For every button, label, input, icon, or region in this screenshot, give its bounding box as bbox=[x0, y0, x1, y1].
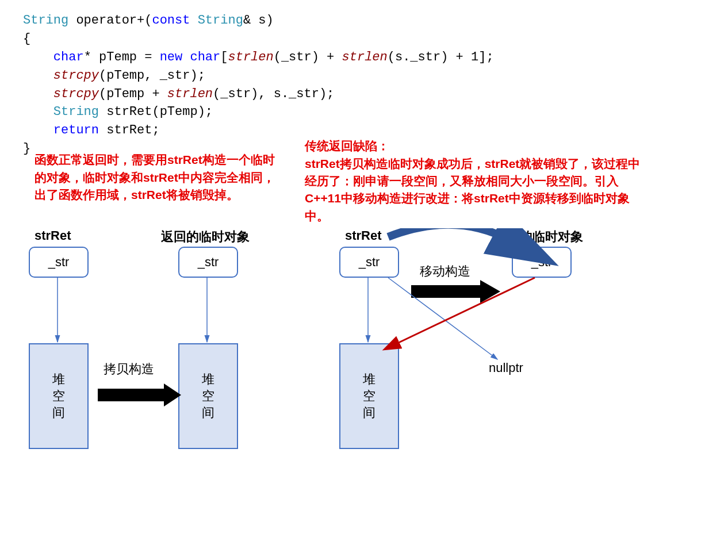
diagram-row: strRet 返回的临时对象 _str _str 堆 空 间 堆 空 间 拷贝构… bbox=[12, 228, 716, 475]
code-text: (pTemp + bbox=[99, 87, 167, 101]
box-str-left: _str bbox=[339, 247, 399, 278]
svg-line-8 bbox=[385, 278, 535, 349]
code-text: (_str) + bbox=[274, 50, 342, 64]
label-tempobj: 返回的临时对象 bbox=[161, 228, 250, 246]
box-str-right: _str bbox=[512, 247, 572, 278]
code-text: (_str), s._str); bbox=[213, 87, 334, 101]
code-text: [ bbox=[220, 50, 228, 64]
diagram-move: strRet 返回的临时对象 _str _str 堆 空 间 移动构造 null… bbox=[334, 228, 702, 475]
label-strret: strRet bbox=[345, 228, 382, 243]
code-text: & s) bbox=[243, 13, 274, 28]
code-keyword: return bbox=[53, 123, 99, 137]
svg-marker-5 bbox=[480, 280, 500, 303]
code-block: String operator+(const String& s) { char… bbox=[23, 11, 716, 158]
label-copy-ctor: 拷贝构造 bbox=[104, 360, 154, 378]
annotation-right: 传统返回缺陷： strRet拷贝构造临时对象成功后，strRet就被销毁了，该过… bbox=[305, 137, 650, 225]
annotation-row: 函数正常返回时，需要用strRet构造一个临时的对象，临时对象和strRet中内… bbox=[35, 163, 716, 225]
code-text: } bbox=[23, 141, 30, 156]
str-text: _str bbox=[359, 255, 380, 270]
str-text: _str bbox=[531, 255, 553, 270]
annotation-left: 函数正常返回时，需要用strRet构造一个临时的对象，临时对象和strRet中内… bbox=[35, 151, 282, 225]
code-func: strlen bbox=[342, 50, 388, 64]
box-heap-right: 堆 空 间 bbox=[178, 343, 238, 449]
code-type: String bbox=[53, 105, 99, 119]
label-nullptr: nullptr bbox=[489, 360, 523, 375]
box-str-right: _str bbox=[178, 247, 238, 278]
code-text: (s._str) + 1]; bbox=[388, 50, 494, 64]
str-text: _str bbox=[198, 255, 219, 270]
code-type: String bbox=[190, 13, 243, 28]
code-text bbox=[182, 50, 190, 64]
code-func: strlen bbox=[228, 50, 273, 64]
annotation-right-text: 传统返回缺陷： strRet拷贝构造临时对象成功后，strRet就被销毁了，该过… bbox=[305, 139, 640, 223]
code-keyword: char bbox=[53, 50, 84, 64]
svg-line-7 bbox=[388, 278, 497, 359]
heap-text: 堆 空 间 bbox=[202, 371, 214, 421]
heap-text: 堆 空 间 bbox=[363, 371, 376, 421]
code-text: * pTemp = bbox=[84, 50, 160, 64]
code-text: { bbox=[23, 32, 30, 46]
label-strret: strRet bbox=[35, 228, 71, 243]
code-func: strlen bbox=[167, 87, 213, 101]
diagram-copy: strRet 返回的临时对象 _str _str 堆 空 间 堆 空 间 拷贝构… bbox=[23, 228, 316, 475]
code-keyword: new bbox=[160, 50, 183, 64]
code-text: strRet; bbox=[99, 123, 160, 137]
box-heap-left: 堆 空 间 bbox=[29, 343, 89, 449]
code-func: strcpy bbox=[53, 68, 99, 83]
str-text: _str bbox=[48, 255, 70, 270]
heap-text: 堆 空 间 bbox=[52, 371, 65, 421]
code-keyword: const bbox=[152, 13, 190, 28]
code-text: strRet(pTemp); bbox=[99, 105, 213, 119]
code-func: strcpy bbox=[53, 87, 99, 101]
code-text: operator+( bbox=[68, 13, 152, 28]
box-heap: 堆 空 间 bbox=[339, 343, 399, 449]
box-str-left: _str bbox=[29, 247, 89, 278]
code-type: String bbox=[23, 13, 68, 28]
label-tempobj: 返回的临时对象 bbox=[495, 228, 583, 246]
label-move-ctor: 移动构造 bbox=[420, 263, 470, 280]
code-keyword: char bbox=[190, 50, 220, 64]
code-text: (pTemp, _str); bbox=[99, 68, 205, 83]
